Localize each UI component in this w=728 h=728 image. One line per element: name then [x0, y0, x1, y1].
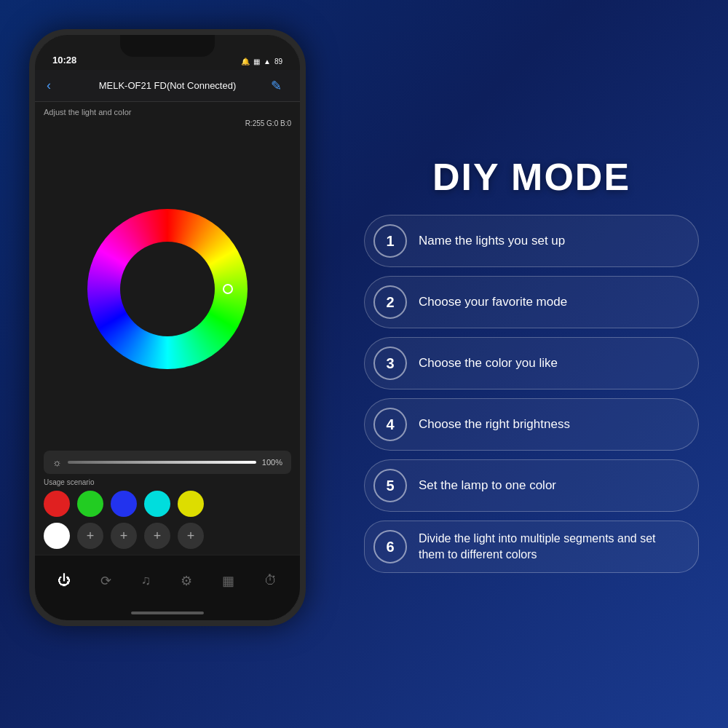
phone-screen: 10:28 🔔 ▦ ▲ 89 ‹ MELK-OF21 FD(Not Connec… [35, 35, 300, 620]
add-dot-4[interactable]: + [178, 523, 204, 549]
adjust-label: Adjust the light and color [44, 108, 291, 116]
nav-effects[interactable]: ⟳ [100, 573, 111, 589]
phone-wrapper: 10:28 🔔 ▦ ▲ 89 ‹ MELK-OF21 FD(Not Connec… [29, 29, 335, 699]
home-bar [131, 612, 204, 614]
brightness-icon: ☼ [52, 456, 62, 468]
screen-content: Adjust the light and color R:255 G:0 B:0 [35, 102, 300, 555]
step-text-4: Choose the right brightness [419, 416, 570, 433]
white-dot[interactable] [44, 523, 70, 549]
step-number-1: 1 [373, 224, 407, 258]
add-dot-1[interactable]: + [77, 523, 103, 549]
usage-label: Usage scenario [44, 478, 291, 486]
top-bar: ‹ MELK-OF21 FD(Not Connected) ✎ [35, 70, 300, 102]
add-dot-2[interactable]: + [111, 523, 137, 549]
brightness-bar[interactable] [68, 461, 256, 464]
step-text-6: Divide the light into multiple segments … [419, 531, 684, 563]
step-text-5: Set the lamp to one color [419, 477, 556, 494]
color-wheel-canvas[interactable] [87, 209, 248, 369]
color-wheel-container[interactable] [44, 132, 291, 446]
wifi-icon: ▦ [253, 58, 260, 66]
bell-icon: 🔔 [241, 58, 250, 66]
step-number-2: 2 [373, 285, 407, 319]
status-time: 10:28 [52, 55, 76, 66]
step-1: 1 Name the lights you set up [364, 215, 699, 267]
color-wheel[interactable] [87, 209, 248, 369]
nav-scenes[interactable]: ▦ [222, 573, 234, 589]
step-3: 3 Choose the color you like [364, 337, 699, 389]
diy-title: DIY MODE [364, 155, 699, 199]
step-4: 4 Choose the right brightness [364, 398, 699, 451]
wheel-cursor [223, 284, 233, 294]
add-dots-row: + + + + [44, 523, 291, 549]
step-text-1: Name the lights you set up [419, 232, 565, 250]
battery-icon: 89 [274, 58, 282, 66]
page-container: 10:28 🔔 ▦ ▲ 89 ‹ MELK-OF21 FD(Not Connec… [15, 15, 713, 713]
right-panel: DIY MODE 1 Name the lights you set up 2 … [364, 148, 699, 580]
color-dot-blue[interactable] [111, 491, 137, 517]
nav-settings[interactable]: ⚙ [181, 573, 192, 589]
home-indicator [35, 606, 300, 620]
step-number-5: 5 [373, 469, 407, 502]
nav-music[interactable]: ♫ [141, 573, 151, 588]
nav-power[interactable]: ⏻ [58, 573, 71, 588]
step-6: 6 Divide the light into multiple segment… [364, 521, 699, 573]
step-5: 5 Set the lamp to one color [364, 459, 699, 512]
step-2: 2 Choose your favorite mode [364, 276, 699, 328]
phone: 10:28 🔔 ▦ ▲ 89 ‹ MELK-OF21 FD(Not Connec… [29, 29, 306, 626]
color-dot-yellow[interactable] [178, 491, 204, 517]
step-number-6: 6 [373, 530, 407, 563]
signal-icon: ▲ [264, 58, 271, 66]
nav-timer[interactable]: ⏱ [264, 573, 277, 588]
color-dot-cyan[interactable] [144, 491, 170, 517]
color-wheel-inner [120, 242, 215, 336]
bottom-nav: ⏻ ⟳ ♫ ⚙ ▦ ⏱ [35, 555, 300, 606]
rgb-value: R:255 G:0 B:0 [44, 119, 291, 127]
status-icons: 🔔 ▦ ▲ 89 [241, 58, 282, 66]
brightness-row[interactable]: ☼ 100% [44, 451, 291, 474]
step-number-4: 4 [373, 408, 407, 441]
step-number-3: 3 [373, 347, 407, 380]
color-dot-red[interactable] [44, 491, 70, 517]
brightness-value: 100% [262, 458, 282, 467]
add-dot-3[interactable]: + [144, 523, 170, 549]
color-dot-green[interactable] [77, 491, 103, 517]
phone-notch [120, 35, 215, 57]
back-button[interactable]: ‹ [47, 78, 64, 93]
edit-icon[interactable]: ✎ [271, 78, 288, 94]
device-title: MELK-OF21 FD(Not Connected) [64, 80, 271, 91]
step-text-3: Choose the color you like [419, 355, 558, 372]
color-dots-row [44, 491, 291, 517]
step-text-2: Choose your favorite mode [419, 293, 567, 311]
